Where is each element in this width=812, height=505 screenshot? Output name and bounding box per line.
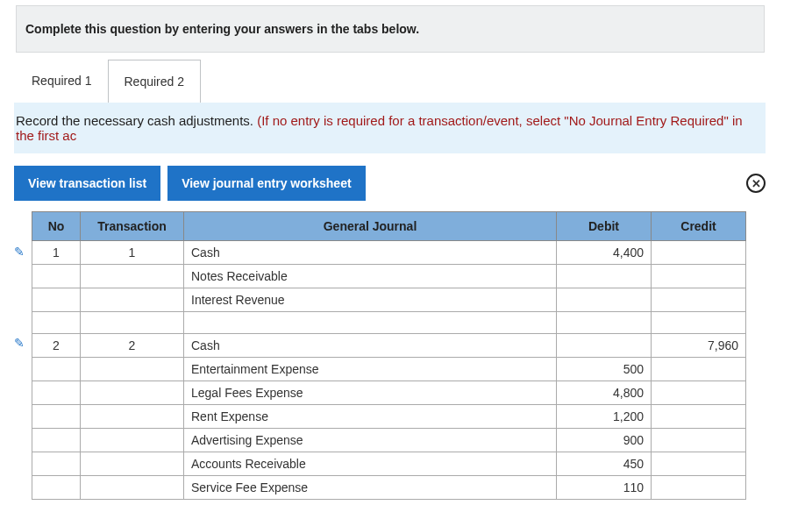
cell[interactable] (652, 405, 746, 429)
cell[interactable]: 4,800 (557, 381, 652, 405)
cell[interactable] (32, 452, 81, 476)
cell[interactable] (32, 265, 81, 288)
cell[interactable]: Cash (184, 334, 557, 358)
cell[interactable] (81, 476, 184, 500)
cell[interactable]: 500 (557, 358, 652, 381)
cell[interactable]: Entertainment Expense (184, 358, 557, 381)
view-transaction-list-button[interactable]: View transaction list (14, 166, 160, 201)
cell[interactable] (652, 452, 746, 476)
cell[interactable]: 1,200 (557, 405, 652, 429)
col-no: No (32, 212, 81, 241)
action-row: View transaction list View journal entry… (14, 166, 766, 201)
table-row[interactable]: Entertainment Expense500 (32, 358, 746, 381)
cell[interactable] (32, 288, 81, 312)
cell[interactable]: Legal Fees Expense (184, 381, 557, 405)
edit-icon[interactable]: ✎ (14, 245, 25, 259)
table-row[interactable]: Notes Receivable (32, 265, 746, 288)
cell[interactable] (652, 312, 746, 334)
tab-required-1[interactable]: Required 1 (16, 60, 108, 103)
cell[interactable]: Service Fee Expense (184, 476, 557, 500)
cell[interactable]: 4,400 (557, 241, 652, 265)
cell[interactable] (652, 288, 746, 312)
cell[interactable] (81, 429, 184, 452)
instruction-text: Complete this question by entering your … (25, 22, 419, 36)
cell[interactable] (557, 288, 652, 312)
cell[interactable] (184, 312, 557, 334)
cell[interactable] (32, 381, 81, 405)
cell[interactable]: Accounts Receivable (184, 452, 557, 476)
cell[interactable] (652, 241, 746, 265)
cell[interactable] (81, 358, 184, 381)
cell[interactable]: Notes Receivable (184, 265, 557, 288)
cell[interactable]: 1 (32, 241, 81, 265)
cell[interactable] (81, 265, 184, 288)
close-icon[interactable]: ✕ (746, 174, 766, 193)
view-journal-worksheet-button[interactable]: View journal entry worksheet (167, 166, 365, 201)
col-debit: Debit (557, 212, 652, 241)
cell[interactable]: 450 (557, 452, 652, 476)
cell[interactable] (652, 381, 746, 405)
cell[interactable] (652, 476, 746, 500)
cell[interactable]: 2 (81, 334, 184, 358)
cell[interactable] (32, 358, 81, 381)
journal-grid: No Transaction General Journal Debit Cre… (14, 211, 746, 500)
cell[interactable]: Interest Revenue (184, 288, 557, 312)
cell[interactable] (652, 358, 746, 381)
cell[interactable] (81, 405, 184, 429)
journal-table: No Transaction General Journal Debit Cre… (32, 211, 746, 500)
cell[interactable] (652, 429, 746, 452)
col-credit: Credit (652, 212, 746, 241)
hint-bar: Record the necessary cash adjustments. (… (14, 103, 766, 153)
table-row[interactable]: Rent Expense1,200 (32, 405, 746, 429)
cell[interactable]: 110 (557, 476, 652, 500)
cell[interactable] (557, 312, 652, 334)
cell[interactable]: 900 (557, 429, 652, 452)
table-row[interactable]: 22 Cash7,960 (32, 334, 746, 358)
table-row[interactable]: Interest Revenue (32, 288, 746, 312)
col-general-journal: General Journal (184, 212, 557, 241)
cell[interactable] (32, 476, 81, 500)
cell[interactable] (81, 312, 184, 334)
cell[interactable] (557, 265, 652, 288)
header-row: No Transaction General Journal Debit Cre… (32, 212, 746, 241)
table-row[interactable] (32, 312, 746, 334)
cell[interactable] (32, 405, 81, 429)
cell[interactable] (32, 312, 81, 334)
cell[interactable] (32, 429, 81, 452)
table-row[interactable]: Accounts Receivable450 (32, 452, 746, 476)
cell[interactable] (81, 381, 184, 405)
cell[interactable] (557, 334, 652, 358)
cell[interactable] (652, 265, 746, 288)
table-row[interactable]: Legal Fees Expense4,800 (32, 381, 746, 405)
cell[interactable]: Rent Expense (184, 405, 557, 429)
cell[interactable]: 2 (32, 334, 81, 358)
hint-text: Record the necessary cash adjustments. (16, 113, 257, 128)
cell[interactable]: 1 (81, 241, 184, 265)
cell[interactable] (81, 452, 184, 476)
table-row[interactable]: Advertising Expense900 (32, 429, 746, 452)
table-row[interactable]: 11Cash4,400 (32, 241, 746, 265)
table-row[interactable]: Service Fee Expense110 (32, 476, 746, 500)
cell[interactable] (81, 288, 184, 312)
edit-icon[interactable]: ✎ (14, 336, 25, 350)
cell[interactable]: 7,960 (652, 334, 746, 358)
cell[interactable]: Cash (184, 241, 557, 265)
cell[interactable]: Advertising Expense (184, 429, 557, 452)
tabs: Required 1 Required 2 (16, 60, 812, 103)
tab-required-2[interactable]: Required 2 (108, 60, 202, 103)
col-transaction: Transaction (81, 212, 184, 241)
instruction-bar: Complete this question by entering your … (16, 5, 765, 53)
